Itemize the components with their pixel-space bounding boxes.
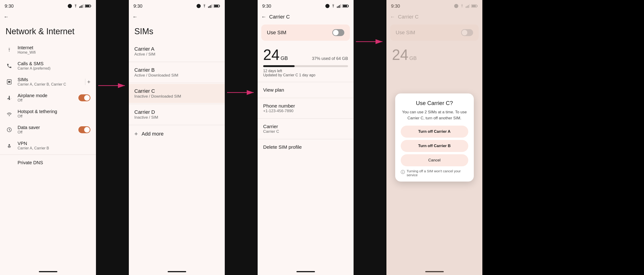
view-plan-item[interactable]: View plan: [258, 83, 354, 97]
signal-icon-2: [208, 4, 212, 8]
svg-rect-1: [80, 6, 81, 8]
calls-content: Calls & SMS Carrier A (preferred): [18, 61, 90, 70]
phone-panel-dialog: 9:30: [386, 0, 482, 275]
data-unit: GB: [280, 55, 288, 61]
status-icons-1: [68, 4, 91, 8]
carrier-b-item[interactable]: Carrier B Active / Downloaded SIM: [129, 63, 225, 82]
back-row-3[interactable]: ← Carrier C: [258, 11, 354, 23]
phone-number-value: +1-123-456-7890: [263, 109, 348, 113]
settings-item-sims[interactable]: SIMs Carrier A, Carrier B, Carrier C +: [0, 74, 96, 90]
airplane-label: Airplane mode: [18, 93, 74, 98]
svg-rect-8: [8, 81, 10, 83]
svg-rect-16: [208, 6, 209, 8]
settings-item-airplane[interactable]: Airplane mode Off: [0, 90, 96, 106]
svg-rect-31: [343, 5, 347, 7]
status-bar-3: 9:30: [258, 0, 354, 11]
camera-dot-2: [196, 4, 201, 8]
svg-rect-6: [85, 5, 90, 7]
internet-label: Internet: [18, 45, 90, 50]
phone-panel-carrier-c: 9:30 ← Carrier C Use S: [258, 0, 354, 275]
back-row-2[interactable]: ←: [129, 11, 225, 23]
carrier-c-item[interactable]: Carrier C Inactive / Downloaded SIM: [129, 84, 225, 103]
carrier-item[interactable]: Carrier Carrier C: [258, 120, 354, 138]
carrier-a-item[interactable]: Carrier A Active / SIM: [129, 42, 225, 61]
data-bar-bg: [263, 65, 348, 67]
turn-off-carrier-b-button[interactable]: Turn off Carrier B: [401, 140, 468, 152]
hotspot-icon: [6, 110, 13, 118]
svg-rect-0: [79, 6, 80, 8]
divider-p3-4: [258, 139, 354, 139]
spacer-2: [225, 0, 257, 275]
wifi-icon: [6, 46, 13, 54]
dialog-overlay: Use Carrier C? You can use 2 SIMs at a t…: [386, 0, 482, 275]
settings-item-vpn[interactable]: VPN Carrier A, Carrier B: [0, 138, 96, 154]
carrier-label: Carrier: [263, 124, 348, 129]
dialog-note-text: Turning off a SIM won't cancel your serv…: [407, 169, 468, 177]
svg-rect-5: [90, 5, 91, 7]
phone-panel-network: 9:30 ← Network & Internet: [0, 0, 96, 275]
settings-item-internet[interactable]: Internet Home_Wifi: [0, 42, 96, 58]
divider-ca: [129, 62, 225, 62]
turn-off-carrier-a-button[interactable]: Turn off Carrier A: [401, 126, 468, 138]
back-arrow-1[interactable]: ←: [4, 14, 9, 20]
dns-content: Private DNS: [18, 160, 90, 165]
camera-dot-3: [325, 4, 330, 8]
divider-cb: [129, 83, 225, 83]
view-plan-label: View plan: [263, 87, 348, 93]
bottom-indicator-3: [296, 271, 315, 272]
dns-icon: [6, 159, 13, 166]
settings-item-hotspot[interactable]: Hotspot & tethering Off: [0, 106, 96, 122]
back-row-1[interactable]: ←: [0, 11, 96, 23]
add-more-item[interactable]: + Add more: [129, 126, 225, 142]
divider-p3-3: [258, 118, 354, 119]
cancel-button[interactable]: Cancel: [401, 154, 468, 166]
settings-item-calls[interactable]: Calls & SMS Carrier A (preferred): [0, 58, 96, 74]
svg-rect-3: [83, 4, 84, 8]
datasaver-toggle[interactable]: [78, 126, 90, 133]
settings-item-dns[interactable]: Private DNS: [0, 156, 96, 170]
carrier-d-status: Inactive / SIM: [134, 115, 219, 120]
bottom-indicator-2: [168, 271, 186, 272]
use-sim-toggle[interactable]: [332, 29, 344, 36]
divider-p3-2: [258, 98, 354, 98]
battery-icon-2: [214, 4, 220, 8]
svg-rect-19: [212, 4, 212, 8]
settings-item-datasaver[interactable]: Data saver Off: [0, 122, 96, 138]
svg-rect-25: [337, 6, 338, 8]
use-carrier-dialog: Use Carrier C? You can use 2 SIMs at a t…: [395, 94, 474, 182]
arrow-1: [96, 0, 128, 275]
status-bar-1: 9:30: [0, 0, 96, 11]
back-arrow-3[interactable]: ←: [261, 14, 266, 20]
arrow-2: [225, 0, 257, 275]
page-title-2: SIMs: [129, 23, 225, 42]
airplane-subtitle: Off: [18, 98, 74, 102]
data-updated: Updated by Carrier C 1 day ago: [263, 73, 348, 77]
sims-content: SIMs Carrier A, Carrier B, Carrier C: [18, 77, 80, 86]
battery-icon-3: [342, 4, 349, 8]
use-sim-row[interactable]: Use SIM: [261, 24, 350, 41]
hotspot-label: Hotspot & tethering: [18, 109, 90, 114]
sims-plus-icon[interactable]: +: [87, 79, 90, 85]
status-time-2: 9:30: [134, 4, 142, 9]
signal-icon-3: [337, 4, 341, 8]
datasaver-right: [78, 126, 90, 133]
page-title-1: Network & Internet: [0, 23, 96, 42]
vpn-icon: [6, 142, 13, 150]
delete-sim-item[interactable]: Delete SIM profile: [258, 140, 354, 154]
datasaver-label: Data saver: [18, 125, 74, 130]
signal-icon-1: [79, 4, 84, 8]
phone-number-item[interactable]: Phone number +1-123-456-7890: [258, 99, 354, 118]
back-arrow-2[interactable]: ←: [132, 14, 138, 20]
svg-rect-18: [210, 5, 211, 8]
data-days: 12 days left: [263, 69, 348, 73]
status-icons-2: [196, 4, 220, 8]
svg-rect-27: [339, 5, 340, 8]
datasaver-subtitle: Off: [18, 130, 74, 134]
status-icons-3: [325, 4, 349, 8]
phone-number-label: Phone number: [263, 103, 348, 109]
bottom-indicator-1: [39, 271, 57, 272]
status-time-1: 9:30: [4, 4, 14, 9]
carrier-d-item[interactable]: Carrier D Inactive / SIM: [129, 105, 225, 124]
airplane-toggle[interactable]: [78, 94, 90, 101]
divider-cc: [129, 104, 225, 104]
